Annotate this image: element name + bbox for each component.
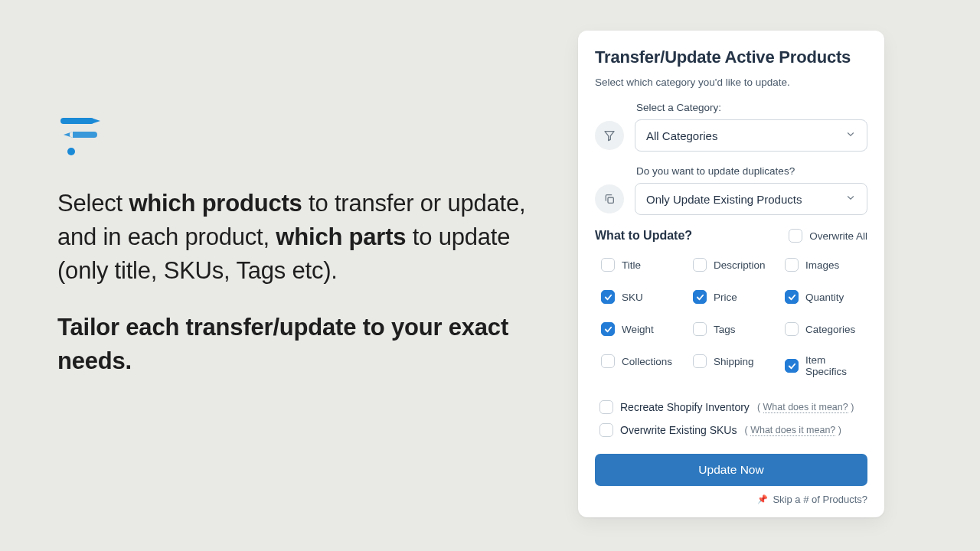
checkbox-label: Tags [714, 324, 736, 335]
checkbox-categories[interactable]: Categories [785, 322, 861, 336]
checkbox-quantity[interactable]: Quantity [785, 290, 861, 304]
checkbox-label: Quantity [805, 292, 844, 303]
checkbox-label: Weight [622, 324, 654, 335]
chevron-down-icon [845, 129, 856, 142]
checkbox-sku[interactable]: SKU [601, 290, 678, 304]
checkbox-title[interactable]: Title [601, 258, 678, 272]
what-does-it-mean-link[interactable]: ( What does it mean? ) [757, 402, 854, 412]
checkbox-label: Title [622, 259, 641, 271]
svg-marker-1 [605, 132, 614, 141]
filter-icon [595, 121, 624, 150]
what-does-it-mean-link[interactable]: ( What does it mean? ) [744, 425, 841, 435]
checkbox-label: Images [805, 259, 839, 271]
duplicates-label: Do you want to update duplicates? [636, 165, 867, 177]
checkbox-description[interactable]: Description [693, 258, 769, 272]
checkbox-label: Price [714, 292, 737, 303]
chevron-down-icon [845, 193, 856, 206]
svg-point-0 [67, 148, 75, 155]
card-title: Transfer/Update Active Products [595, 47, 867, 67]
overwrite-all-checkbox[interactable]: Overwrite All [789, 229, 867, 243]
extra-label: Recreate Shopify Inventory [620, 401, 750, 413]
checkbox-itemspecifics[interactable]: Item Specifics [785, 354, 861, 377]
checkbox-overwriteskus[interactable]: Overwrite Existing SKUs [599, 423, 737, 437]
svg-rect-2 [608, 197, 613, 203]
card-subtext: Select which category you'd like to upda… [595, 77, 867, 88]
extra-label: Overwrite Existing SKUs [620, 424, 737, 436]
checkbox-recreate[interactable]: Recreate Shopify Inventory [599, 400, 750, 414]
marketing-left-pane: Select which products to transfer or upd… [57, 113, 532, 378]
checkbox-price[interactable]: Price [693, 290, 769, 304]
transfer-update-card: Transfer/Update Active Products Select w… [578, 31, 884, 517]
skip-products-link[interactable]: 📌 Skip a # of Products? [595, 494, 867, 505]
category-label: Select a Category: [636, 102, 867, 113]
checkbox-label: Item Specifics [805, 354, 861, 377]
checkbox-label: Shipping [714, 356, 754, 367]
checkbox-images[interactable]: Images [785, 258, 861, 272]
checkbox-label: Description [714, 259, 766, 271]
duplicate-icon [595, 184, 624, 214]
headline: Select which products to transfer or upd… [57, 187, 532, 378]
brand-logo-icon [57, 113, 103, 159]
pin-icon: 📌 [757, 494, 768, 504]
duplicates-select[interactable]: Only Update Existing Products [635, 183, 867, 215]
checkbox-collections[interactable]: Collections [601, 354, 678, 368]
update-now-button[interactable]: Update Now [595, 454, 867, 486]
checkbox-weight[interactable]: Weight [601, 322, 678, 336]
what-to-update-heading: What to Update? [595, 229, 692, 243]
category-select[interactable]: All Categories [635, 119, 867, 152]
checkbox-label: SKU [622, 292, 643, 303]
checkbox-shipping[interactable]: Shipping [693, 354, 769, 368]
checkbox-tags[interactable]: Tags [693, 322, 769, 336]
checkbox-label: Categories [805, 324, 855, 335]
checkbox-label: Collections [622, 356, 672, 367]
